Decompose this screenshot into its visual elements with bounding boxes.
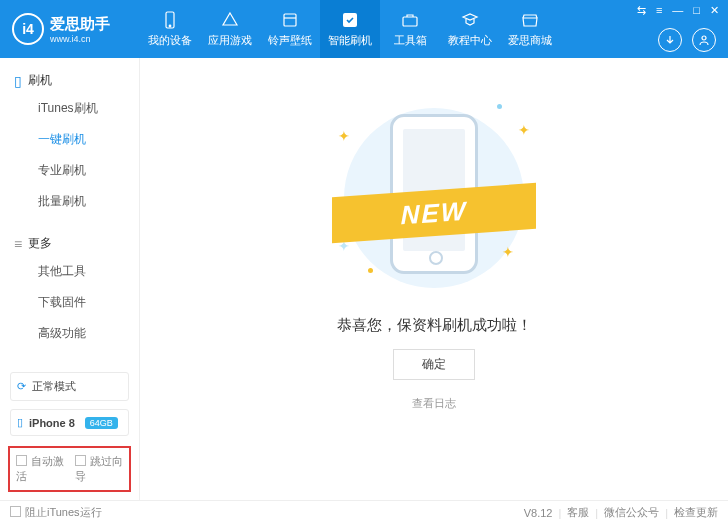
phone-small-icon: ▯ (17, 416, 23, 429)
svg-point-1 (169, 25, 171, 27)
flash-icon (340, 10, 360, 30)
menu-icon[interactable]: ≡ (653, 4, 665, 17)
svg-point-5 (702, 36, 706, 40)
svg-rect-4 (403, 17, 417, 26)
svg-rect-2 (284, 14, 296, 26)
close-button[interactable]: ✕ (707, 4, 722, 17)
checkbox-auto-activate[interactable]: 自动激活 (16, 454, 65, 484)
apps-icon (220, 10, 240, 30)
success-message: 恭喜您，保资料刷机成功啦！ (337, 316, 532, 335)
ringtone-icon (280, 10, 300, 30)
success-illustration: ✦ ✦ ✦ ✦ NEW (324, 98, 544, 298)
device-icon (160, 10, 180, 30)
ok-button[interactable]: 确定 (393, 349, 475, 380)
sidebar-item-batch-flash[interactable]: 批量刷机 (0, 186, 139, 217)
sidebar-item-advanced[interactable]: 高级功能 (0, 318, 139, 349)
footer: 阻止iTunes运行 V8.12| 客服| 微信公众号| 检查更新 (0, 500, 728, 524)
star-icon: ✦ (518, 122, 530, 138)
cart-icon[interactable]: ⇆ (634, 4, 649, 17)
sidebar-item-itunes-flash[interactable]: iTunes刷机 (0, 93, 139, 124)
logo[interactable]: i4 爱思助手 www.i4.cn (0, 13, 140, 45)
view-log-link[interactable]: 查看日志 (412, 396, 456, 411)
sidebar-item-pro-flash[interactable]: 专业刷机 (0, 155, 139, 186)
tutorial-icon (460, 10, 480, 30)
phone-icon: ▯ (14, 73, 22, 89)
minimize-button[interactable]: — (669, 4, 686, 17)
sidebar-head-flash[interactable]: ▯刷机 (0, 68, 139, 93)
device-name: iPhone 8 (29, 417, 75, 429)
refresh-icon: ⟳ (17, 380, 26, 393)
toolbox-icon (400, 10, 420, 30)
mode-selector[interactable]: ⟳ 正常模式 (10, 372, 129, 401)
sidebar-item-download-fw[interactable]: 下载固件 (0, 287, 139, 318)
header: i4 爱思助手 www.i4.cn 我的设备 应用游戏 铃声壁纸 智能刷机 工具… (0, 0, 728, 58)
brand-url: www.i4.cn (50, 34, 110, 44)
nav-tutorial[interactable]: 教程中心 (440, 0, 500, 58)
store-icon (520, 10, 540, 30)
user-button[interactable] (692, 28, 716, 52)
nav-my-device[interactable]: 我的设备 (140, 0, 200, 58)
star-icon: ✦ (502, 244, 514, 260)
nav-store[interactable]: 爱思商城 (500, 0, 560, 58)
window-controls: ⇆ ≡ — □ ✕ (634, 4, 722, 17)
nav-toolbox[interactable]: 工具箱 (380, 0, 440, 58)
more-icon: ≡ (14, 236, 22, 252)
star-icon: ✦ (338, 128, 350, 144)
options-box: 自动激活 跳过向导 (8, 446, 131, 492)
main-content: ✦ ✦ ✦ ✦ NEW 恭喜您，保资料刷机成功啦！ 确定 查看日志 (140, 58, 728, 500)
nav-flash[interactable]: 智能刷机 (320, 0, 380, 58)
maximize-button[interactable]: □ (690, 4, 703, 17)
version-label: V8.12 (524, 507, 553, 519)
update-link[interactable]: 检查更新 (674, 505, 718, 520)
wechat-link[interactable]: 微信公众号 (604, 505, 659, 520)
download-button[interactable] (658, 28, 682, 52)
logo-icon: i4 (12, 13, 44, 45)
sidebar: ▯刷机 iTunes刷机 一键刷机 专业刷机 批量刷机 ≡更多 其他工具 下载固… (0, 58, 140, 500)
sidebar-item-onekey-flash[interactable]: 一键刷机 (0, 124, 139, 155)
storage-badge: 64GB (85, 417, 118, 429)
checkbox-block-itunes[interactable]: 阻止iTunes运行 (10, 505, 102, 520)
sidebar-item-other-tools[interactable]: 其他工具 (0, 256, 139, 287)
nav-apps[interactable]: 应用游戏 (200, 0, 260, 58)
main-nav: 我的设备 应用游戏 铃声壁纸 智能刷机 工具箱 教程中心 爱思商城 (140, 0, 560, 58)
checkbox-skip-guide[interactable]: 跳过向导 (75, 454, 124, 484)
sidebar-head-more[interactable]: ≡更多 (0, 231, 139, 256)
device-selector[interactable]: ▯ iPhone 8 64GB (10, 409, 129, 436)
brand-name: 爱思助手 (50, 15, 110, 34)
nav-ringtone[interactable]: 铃声壁纸 (260, 0, 320, 58)
support-link[interactable]: 客服 (567, 505, 589, 520)
